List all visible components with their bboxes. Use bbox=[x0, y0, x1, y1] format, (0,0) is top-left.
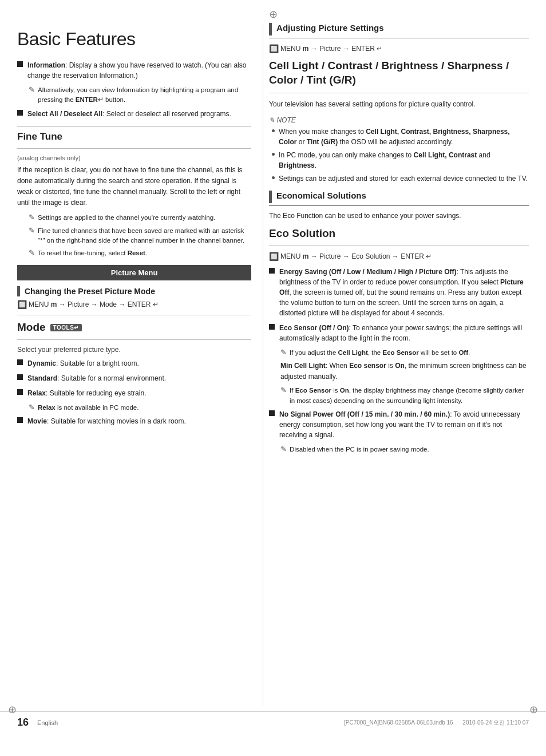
bullet-text: Dynamic: Suitable for a bright room. bbox=[27, 358, 139, 369]
sub-bullet-item: ✎ Relax is not available in PC mode. bbox=[29, 403, 251, 413]
adjusting-menu-path: 🔲 MENU m → Picture → ENTER ↵ bbox=[269, 44, 529, 53]
sub-bullet-text: To reset the fine-tuning, select Reset. bbox=[38, 248, 147, 258]
pencil-icon: ✎ bbox=[280, 445, 287, 453]
note-item: Settings can be adjusted and stored for … bbox=[272, 173, 529, 184]
page-container: ⊕ ⊕ ⊕ Basic Features Information: Displa… bbox=[0, 0, 546, 756]
bullet-icon bbox=[17, 374, 23, 380]
bullet-icon bbox=[17, 417, 23, 423]
picture-menu-bar: Picture Menu bbox=[17, 265, 251, 280]
bullet-icon bbox=[17, 110, 23, 116]
note-label: ✎ NOTE bbox=[269, 116, 529, 124]
content-area: Basic Features Information: Display a sh… bbox=[0, 17, 546, 711]
select-all-label: Select All / Deselect All bbox=[27, 110, 102, 118]
tools-badge: TOOLS↵ bbox=[50, 324, 82, 331]
menu-icon: 🔲 bbox=[269, 44, 279, 53]
sub-bullet-item: ✎ Fine tuned channels that have been sav… bbox=[29, 226, 251, 246]
bottom-right-crosshair-icon: ⊕ bbox=[529, 703, 538, 716]
bullet-text: Standard: Suitable for a normal environm… bbox=[27, 373, 166, 383]
menu-path: 🔲 MENU m → Picture → Mode → ENTER ↵ bbox=[17, 300, 251, 309]
bullet-icon bbox=[17, 359, 23, 365]
cell-light-title: Cell Light / Contrast / Brightness / Sha… bbox=[269, 59, 529, 87]
pencil-icon: ✎ bbox=[29, 248, 35, 257]
bullet-icon bbox=[269, 268, 275, 274]
list-item: Relax: Suitable for reducing eye strain. bbox=[17, 388, 251, 398]
relax-label: Relax bbox=[27, 389, 46, 397]
footer-language: English bbox=[37, 719, 58, 726]
page-number: 16 bbox=[17, 717, 29, 729]
movie-label: Movie bbox=[27, 417, 47, 425]
no-signal-label: No Signal Power Off (Off / 15 min. / 30 … bbox=[279, 410, 450, 418]
menu-path-text: MENU m → Picture → Mode → ENTER ↵ bbox=[29, 300, 159, 308]
divider bbox=[269, 93, 529, 93]
eco-sensor-label: Eco Sensor (Off / On) bbox=[279, 324, 349, 332]
list-item: Information: Display a show you have res… bbox=[17, 60, 251, 81]
list-item: Select All / Deselect All: Select or des… bbox=[17, 109, 251, 119]
sub-bullet-text: Relax is not available in PC mode. bbox=[38, 403, 139, 413]
note-text: When you make changes to Cell Light, Con… bbox=[279, 126, 529, 147]
cell-light-description: Your television has several setting opti… bbox=[269, 99, 529, 110]
sub-bullet-text: If Eco Sensor is On, the display brightn… bbox=[290, 386, 529, 406]
bullet-text: Select All / Deselect All: Select or des… bbox=[27, 109, 231, 119]
right-column: Adjusting Picture Settings 🔲 MENU m → Pi… bbox=[263, 23, 529, 706]
menu-icon: 🔲 bbox=[17, 300, 27, 309]
select-all-text: : Select or deselect all reserved progra… bbox=[102, 110, 231, 118]
list-item: Dynamic: Suitable for a bright room. bbox=[17, 358, 251, 369]
dynamic-text: : Suitable for a bright room. bbox=[56, 359, 139, 367]
pencil-icon: ✎ bbox=[29, 226, 35, 235]
note-dot bbox=[272, 153, 275, 156]
sub-bullet-item: ✎ Disabled when the PC is in power savin… bbox=[280, 445, 529, 454]
sub-bullet-item: ✎ To reset the fine-tuning, select Reset… bbox=[29, 248, 251, 258]
note-section: ✎ NOTE When you make changes to Cell Lig… bbox=[269, 116, 529, 184]
min-cell-text: Min Cell Light: When Eco sensor is On, t… bbox=[280, 361, 529, 382]
pencil-icon: ✎ bbox=[29, 403, 35, 411]
pencil-icon: ✎ bbox=[280, 348, 287, 357]
accent-bar bbox=[269, 191, 272, 203]
list-item: Energy Saving (Off / Low / Medium / High… bbox=[269, 267, 529, 318]
note-dot bbox=[272, 129, 275, 132]
subsection-header: Changing the Preset Picture Mode bbox=[17, 286, 251, 296]
accent-bar bbox=[17, 286, 20, 296]
standard-label: Standard bbox=[27, 374, 57, 382]
pencil-icon: ✎ bbox=[280, 386, 287, 394]
mode-label: Mode bbox=[17, 321, 46, 334]
economical-header: Economical Solutions bbox=[269, 191, 529, 206]
divider bbox=[269, 246, 529, 246]
sub-bullet-item: ✎ If Eco Sensor is On, the display brigh… bbox=[280, 386, 529, 406]
sub-bullet-text: Disabled when the PC is in power saving … bbox=[290, 445, 429, 454]
bullet-icon bbox=[269, 410, 275, 416]
bullet-text: Eco Sensor (Off / On): To enhance your p… bbox=[279, 323, 529, 343]
bullet-icon bbox=[17, 61, 23, 67]
bullet-text: Information: Display a show you have res… bbox=[27, 60, 251, 81]
divider bbox=[17, 126, 251, 126]
pencil-icon: ✎ bbox=[29, 213, 35, 221]
bullet-icon bbox=[17, 389, 23, 395]
sub-bullet-item: ✎ Alternatively, you can view Informatio… bbox=[29, 85, 251, 105]
bullet-text: No Signal Power Off (Off / 15 min. / 30 … bbox=[279, 409, 529, 440]
footer-file: [PC7000_NA]BN68-02585A-06L03.indb 16 201… bbox=[344, 719, 529, 727]
eco-solution-title: Eco Solution bbox=[269, 227, 529, 240]
fine-tune-title: Fine Tune bbox=[17, 131, 251, 143]
note-text: Settings can be adjusted and stored for … bbox=[279, 173, 528, 184]
sub-bullet-text: If you adjust the Cell Light, the Eco Se… bbox=[290, 348, 470, 358]
economical-description: The Eco Function can be used to enhance … bbox=[269, 211, 529, 221]
sub-bullet-item: ✎ Settings are applied to the channel yo… bbox=[29, 213, 251, 223]
adjusting-picture-title: Adjusting Picture Settings bbox=[276, 23, 384, 35]
footer-date-text: 2010-06-24 오전 11:10 07 bbox=[462, 719, 529, 726]
bottom-left-crosshair-icon: ⊕ bbox=[8, 703, 17, 716]
page-title: Basic Features bbox=[17, 29, 251, 50]
sub-bullet-text: Settings are applied to the channel you'… bbox=[38, 213, 215, 223]
sub-bullet-text: Alternatively, you can view Information … bbox=[38, 85, 251, 105]
mode-description: Select your preferred picture type. bbox=[17, 346, 251, 354]
accent-bar bbox=[269, 23, 272, 35]
fine-tune-body: If the reception is clear, you do not ha… bbox=[17, 165, 251, 209]
bullet-icon bbox=[269, 324, 275, 330]
divider bbox=[17, 148, 251, 149]
list-item: Eco Sensor (Off / On): To enhance your p… bbox=[269, 323, 529, 343]
note-text: In PC mode, you can only make changes to… bbox=[279, 150, 529, 171]
footer-bar: 16 English [PC7000_NA]BN68-02585A-06L03.… bbox=[0, 711, 546, 733]
adjusting-picture-header: Adjusting Picture Settings bbox=[269, 23, 529, 38]
info-label: Information bbox=[27, 61, 65, 69]
footer-file-text: [PC7000_NA]BN68-02585A-06L03.indb 16 bbox=[344, 719, 453, 726]
dynamic-label: Dynamic bbox=[27, 359, 56, 367]
analog-note: (analog channels only) bbox=[17, 155, 251, 161]
